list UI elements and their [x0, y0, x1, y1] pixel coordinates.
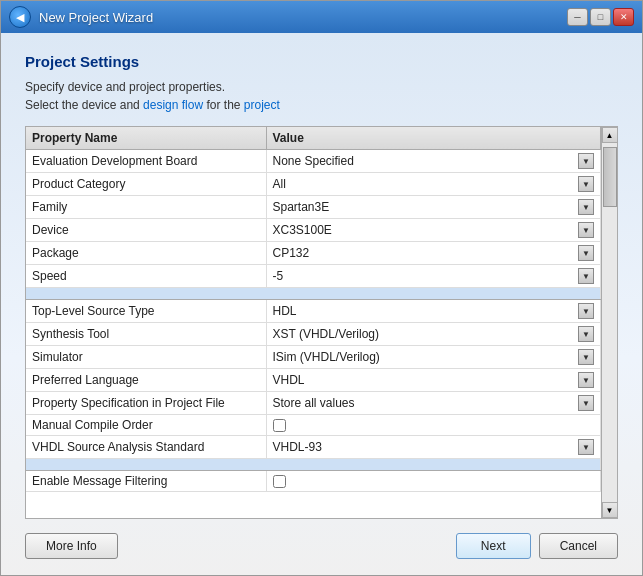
col-header-name: Property Name	[26, 127, 266, 150]
property-value[interactable]: VHDL ▼	[266, 369, 601, 392]
dropdown-value-text: All	[273, 177, 579, 191]
col-header-value: Value	[266, 127, 601, 150]
more-info-button[interactable]: More Info	[25, 533, 118, 559]
window-title: New Project Wizard	[39, 10, 153, 25]
dropdown-value-text: HDL	[273, 304, 579, 318]
back-button[interactable]: ◀	[9, 6, 31, 28]
dropdown-arrow[interactable]: ▼	[578, 176, 594, 192]
dropdown-value-text: VHDL	[273, 373, 579, 387]
table-row[interactable]: Family Spartan3E ▼	[26, 196, 601, 219]
table-row[interactable]: Package CP132 ▼	[26, 242, 601, 265]
link-device[interactable]: design flow	[143, 98, 203, 112]
dropdown-value-text: ISim (VHDL/Verilog)	[273, 350, 579, 364]
dropdown-arrow[interactable]: ▼	[578, 349, 594, 365]
property-checkbox[interactable]	[273, 419, 286, 432]
property-name: Simulator	[26, 346, 266, 369]
scrollbar-track[interactable]	[602, 143, 618, 502]
table-row[interactable]: Manual Compile Order	[26, 415, 601, 436]
dropdown-arrow[interactable]: ▼	[578, 245, 594, 261]
dropdown-value-text: CP132	[273, 246, 579, 260]
property-name: Evaluation Development Board	[26, 150, 266, 173]
property-name: VHDL Source Analysis Standard	[26, 436, 266, 459]
property-name: Enable Message Filtering	[26, 471, 266, 492]
subtitle-line1: Specify device and project properties.	[25, 80, 618, 94]
property-value[interactable]: All ▼	[266, 173, 601, 196]
title-bar: ◀ New Project Wizard ─ □ ✕	[1, 1, 642, 33]
dropdown-value-text: XC3S100E	[273, 223, 579, 237]
next-button[interactable]: Next	[456, 533, 531, 559]
property-name: Property Specification in Project File	[26, 392, 266, 415]
table-scroll[interactable]: Property Name Value Evaluation Developme…	[26, 127, 601, 518]
property-name: Preferred Language	[26, 369, 266, 392]
property-value[interactable]: Store all values ▼	[266, 392, 601, 415]
property-value[interactable]: VHDL-93 ▼	[266, 436, 601, 459]
property-value[interactable]: Spartan3E ▼	[266, 196, 601, 219]
title-bar-controls: ─ □ ✕	[567, 8, 634, 26]
dropdown-arrow[interactable]: ▼	[578, 395, 594, 411]
scrollbar-up-button[interactable]: ▲	[602, 127, 618, 143]
table-row[interactable]: Device XC3S100E ▼	[26, 219, 601, 242]
table-row[interactable]: VHDL Source Analysis Standard VHDL-93 ▼	[26, 436, 601, 459]
dropdown-arrow[interactable]: ▼	[578, 199, 594, 215]
table-row[interactable]: Simulator ISim (VHDL/Verilog) ▼	[26, 346, 601, 369]
property-name: Speed	[26, 265, 266, 288]
property-value[interactable]	[266, 471, 601, 492]
property-value[interactable]: HDL ▼	[266, 300, 601, 323]
dropdown-arrow[interactable]: ▼	[578, 372, 594, 388]
table-row[interactable]: Evaluation Development Board None Specif…	[26, 150, 601, 173]
table-row[interactable]: Top-Level Source Type HDL ▼	[26, 300, 601, 323]
dropdown-arrow[interactable]: ▼	[578, 326, 594, 342]
property-checkbox[interactable]	[273, 475, 286, 488]
property-name: Device	[26, 219, 266, 242]
properties-table-container: Property Name Value Evaluation Developme…	[25, 126, 618, 519]
dropdown-value-text: XST (VHDL/Verilog)	[273, 327, 579, 341]
dropdown-value-text: None Specified	[273, 154, 579, 168]
scrollbar[interactable]: ▲ ▼	[601, 127, 617, 518]
dropdown-value-text: Store all values	[273, 396, 579, 410]
property-name: Manual Compile Order	[26, 415, 266, 436]
property-name: Product Category	[26, 173, 266, 196]
property-value[interactable]: -5 ▼	[266, 265, 601, 288]
property-name: Package	[26, 242, 266, 265]
dropdown-value-text: -5	[273, 269, 579, 283]
table-row[interactable]: Synthesis Tool XST (VHDL/Verilog) ▼	[26, 323, 601, 346]
right-buttons: Next Cancel	[456, 533, 618, 559]
property-value[interactable]	[266, 415, 601, 436]
dropdown-arrow[interactable]: ▼	[578, 268, 594, 284]
maximize-button[interactable]: □	[590, 8, 611, 26]
minimize-button[interactable]: ─	[567, 8, 588, 26]
dropdown-arrow[interactable]: ▼	[578, 222, 594, 238]
link-project[interactable]: project	[244, 98, 280, 112]
scrollbar-down-button[interactable]: ▼	[602, 502, 618, 518]
table-row[interactable]: Enable Message Filtering	[26, 471, 601, 492]
dropdown-arrow[interactable]: ▼	[578, 439, 594, 455]
table-row[interactable]: Preferred Language VHDL ▼	[26, 369, 601, 392]
property-name: Family	[26, 196, 266, 219]
dropdown-value-text: VHDL-93	[273, 440, 579, 454]
property-value[interactable]: None Specified ▼	[266, 150, 601, 173]
table-wrapper: Property Name Value Evaluation Developme…	[26, 127, 617, 518]
subtitle-line2: Select the device and design flow for th…	[25, 98, 618, 112]
title-bar-left: ◀ New Project Wizard	[9, 6, 567, 28]
dropdown-value-text: Spartan3E	[273, 200, 579, 214]
property-name: Synthesis Tool	[26, 323, 266, 346]
table-separator	[26, 459, 601, 471]
page-title: Project Settings	[25, 53, 618, 70]
table-row[interactable]: Speed -5 ▼	[26, 265, 601, 288]
table-row[interactable]: Property Specification in Project File S…	[26, 392, 601, 415]
cancel-button[interactable]: Cancel	[539, 533, 618, 559]
dropdown-arrow[interactable]: ▼	[578, 303, 594, 319]
content-area: Project Settings Specify device and proj…	[1, 33, 642, 575]
property-value[interactable]: ISim (VHDL/Verilog) ▼	[266, 346, 601, 369]
scrollbar-thumb[interactable]	[603, 147, 617, 207]
window: ◀ New Project Wizard ─ □ ✕ Project Setti…	[0, 0, 643, 576]
property-value[interactable]: CP132 ▼	[266, 242, 601, 265]
bottom-bar: More Info Next Cancel	[25, 533, 618, 559]
properties-table: Property Name Value Evaluation Developme…	[26, 127, 601, 492]
close-button[interactable]: ✕	[613, 8, 634, 26]
property-value[interactable]: XC3S100E ▼	[266, 219, 601, 242]
dropdown-arrow[interactable]: ▼	[578, 153, 594, 169]
property-value[interactable]: XST (VHDL/Verilog) ▼	[266, 323, 601, 346]
table-row[interactable]: Product Category All ▼	[26, 173, 601, 196]
property-name: Top-Level Source Type	[26, 300, 266, 323]
